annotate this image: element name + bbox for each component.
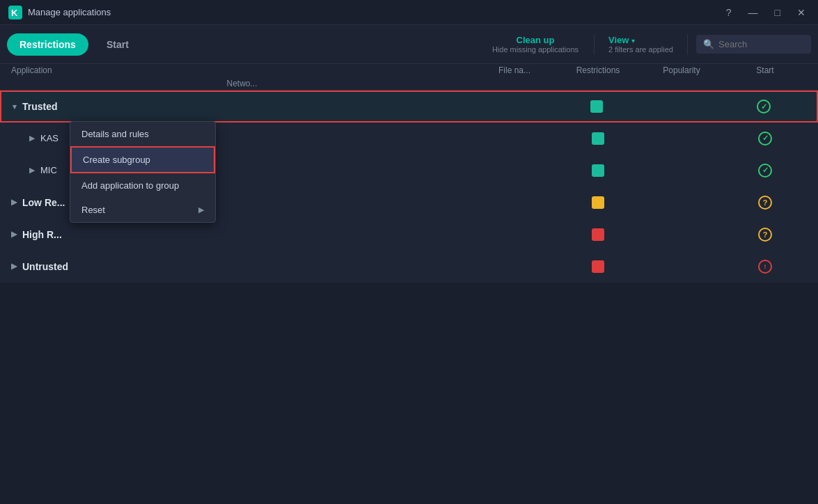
high-r-status-icon: ? bbox=[758, 228, 772, 242]
cleanup-label: Clean up bbox=[517, 35, 555, 45]
window-title: Manage applications bbox=[28, 7, 722, 17]
expand-trusted-icon: ▾ bbox=[13, 102, 17, 111]
view-label: View bbox=[608, 35, 629, 45]
cleanup-sub: Hide missing applications bbox=[492, 45, 579, 54]
tab-start[interactable]: Start bbox=[94, 33, 141, 56]
ctx-create-subgroup[interactable]: Create subgroup bbox=[70, 146, 215, 173]
low-r-restrictions bbox=[556, 196, 640, 209]
trusted-restriction-indicator bbox=[590, 100, 603, 113]
toolbar: Restrictions Start Clean up Hide missing… bbox=[0, 25, 818, 64]
chevron-down-icon: ▾ bbox=[631, 37, 635, 45]
expand-high-r-icon: ▶ bbox=[11, 230, 17, 239]
high-r-restrictions bbox=[556, 228, 640, 241]
untrusted-label: ▶ Untrusted bbox=[11, 261, 473, 272]
maximize-button[interactable]: □ bbox=[771, 6, 785, 19]
untrusted-restrictions bbox=[556, 260, 640, 273]
untrusted-start: ! bbox=[723, 260, 807, 274]
search-input[interactable] bbox=[718, 39, 804, 49]
expand-low-r-icon: ▶ bbox=[11, 198, 17, 207]
untrusted-status-icon: ! bbox=[758, 260, 772, 274]
window-controls: ? — □ ✕ bbox=[722, 6, 810, 19]
expand-mic-icon: ▶ bbox=[29, 166, 35, 175]
view-button[interactable]: View ▾ 2 filters are applied bbox=[603, 32, 679, 56]
col-application: Application bbox=[11, 65, 473, 75]
trusted-label: ▾ Trusted bbox=[13, 101, 471, 112]
view-sub: 2 filters are applied bbox=[608, 45, 673, 54]
reset-arrow-icon: ▶ bbox=[198, 205, 204, 214]
minimize-button[interactable]: — bbox=[744, 6, 762, 19]
col-start: Start bbox=[723, 65, 807, 75]
row-high-r[interactable]: ▶ High R... ? bbox=[0, 219, 818, 251]
mic-start: ✓ bbox=[723, 164, 807, 178]
svg-text:K: K bbox=[11, 8, 18, 18]
mic-restrictions bbox=[556, 164, 640, 177]
ctx-reset[interactable]: Reset ▶ bbox=[70, 198, 215, 222]
search-icon: 🔍 bbox=[703, 39, 714, 49]
trusted-start: ✓ bbox=[722, 100, 805, 113]
close-button[interactable]: ✕ bbox=[793, 6, 810, 19]
col-filename: File na... bbox=[473, 65, 556, 75]
low-r-status-icon: ? bbox=[758, 196, 772, 210]
row-untrusted[interactable]: ▶ Untrusted ! bbox=[0, 251, 818, 283]
kas-restrictions bbox=[556, 132, 640, 145]
low-r-restriction-indicator bbox=[592, 196, 604, 209]
table-body: ▾ Trusted ✓ ▶ KAS ✓ ▶ MIC bbox=[0, 90, 818, 283]
mic-restriction-indicator bbox=[592, 164, 604, 177]
row-trusted[interactable]: ▾ Trusted ✓ bbox=[0, 90, 818, 123]
ctx-add-app[interactable]: Add application to group bbox=[70, 173, 215, 198]
expand-untrusted-icon: ▶ bbox=[11, 262, 17, 271]
app-logo: K bbox=[8, 6, 22, 19]
trusted-status-icon: ✓ bbox=[757, 100, 771, 113]
table-header: Application File na... Restrictions Popu… bbox=[0, 64, 818, 90]
search-box: 🔍 bbox=[696, 35, 811, 54]
expand-kas-icon: ▶ bbox=[29, 134, 35, 143]
low-r-start: ? bbox=[723, 196, 807, 210]
high-r-start: ? bbox=[723, 228, 807, 242]
kas-restriction-indicator bbox=[592, 132, 604, 145]
help-button[interactable]: ? bbox=[722, 6, 736, 19]
trusted-restrictions bbox=[555, 100, 638, 113]
toolbar-divider2 bbox=[687, 34, 688, 55]
kas-start: ✓ bbox=[723, 132, 807, 145]
title-bar: K Manage applications ? — □ ✕ bbox=[0, 0, 818, 25]
high-r-label: ▶ High R... bbox=[11, 229, 473, 240]
tab-restrictions[interactable]: Restrictions bbox=[7, 33, 88, 56]
context-menu: Details and rules Create subgroup Add ap… bbox=[70, 121, 216, 223]
col-restrictions: Restrictions bbox=[556, 65, 640, 75]
ctx-details-rules[interactable]: Details and rules bbox=[70, 122, 215, 146]
untrusted-restriction-indicator bbox=[592, 260, 604, 273]
toolbar-divider bbox=[594, 34, 595, 55]
col-popularity: Popularity bbox=[640, 65, 723, 75]
cleanup-action[interactable]: Clean up Hide missing applications bbox=[485, 32, 585, 56]
col-network: Netwo... bbox=[11, 79, 473, 88]
kas-status-icon: ✓ bbox=[758, 132, 772, 145]
high-r-restriction-indicator bbox=[592, 228, 604, 241]
mic-status-icon: ✓ bbox=[758, 164, 772, 178]
